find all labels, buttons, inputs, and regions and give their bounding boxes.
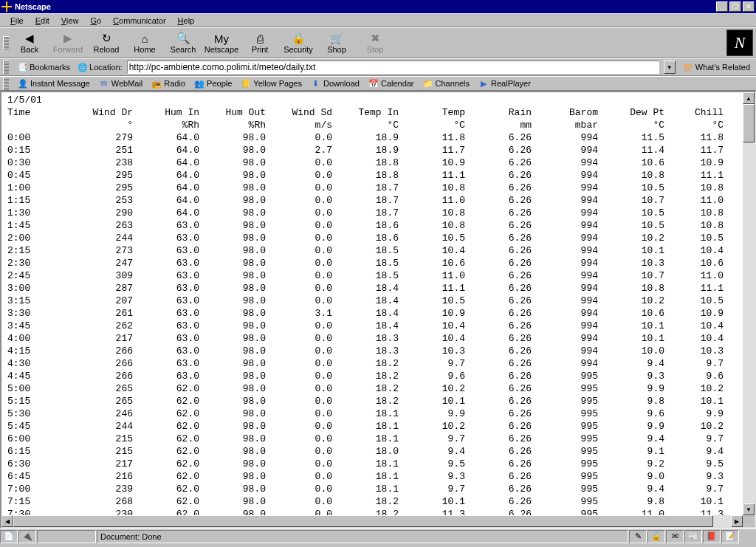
table-row: 4:1526663.098.00.018.310.36.2699410.010.… <box>7 345 724 357</box>
table-cell: 2:30 <box>7 257 44 269</box>
table-cell: 9.1 <box>598 445 664 458</box>
restore-button[interactable]: ❐ <box>729 1 741 12</box>
toolbar-handle[interactable] <box>3 61 9 74</box>
table-cell: 10.1 <box>399 495 465 508</box>
status-addressbook-icon[interactable]: 📕 <box>703 530 721 543</box>
location-icon[interactable]: 🌐 <box>78 63 88 72</box>
personal-link-webmail[interactable]: ✉WebMail <box>99 78 143 89</box>
status-component-icon[interactable]: 📄 <box>0 530 18 543</box>
menu-file[interactable]: File <box>4 16 30 26</box>
table-cell: 63.0 <box>133 320 199 332</box>
table-cell: 9.7 <box>664 433 724 445</box>
table-cell: 0.0 <box>266 257 332 269</box>
close-button[interactable]: ✕ <box>743 1 755 12</box>
scroll-right-button[interactable]: ▶ <box>731 515 743 527</box>
horizontal-scrollbar[interactable]: ◀ ▶ <box>1 515 743 527</box>
status-online-icon[interactable]: 🔌 <box>18 530 36 543</box>
url-dropdown-button[interactable]: ▼ <box>664 61 676 74</box>
table-cell: 18.2 <box>332 395 399 407</box>
personal-link-yellow-pages[interactable]: 📒Yellow Pages <box>241 78 302 89</box>
table-cell: 11.1 <box>399 282 465 295</box>
status-progress <box>37 530 96 543</box>
table-cell: 98.0 <box>199 495 266 508</box>
url-input[interactable] <box>128 61 659 73</box>
reload-button[interactable]: ↻Reload <box>87 28 126 58</box>
table-cell: 0.0 <box>266 269 332 282</box>
table-cell: 4:15 <box>7 345 44 357</box>
horizontal-scroll-thumb[interactable] <box>13 515 713 527</box>
table-cell: 18.1 <box>332 420 399 433</box>
table-cell: 995 <box>532 407 598 420</box>
status-mail-icon[interactable]: ✉ <box>666 530 684 543</box>
table-cell: 246 <box>44 407 133 420</box>
scroll-left-button[interactable]: ◀ <box>1 515 13 527</box>
table-cell: 18.3 <box>332 332 399 345</box>
stop-icon: ✖ <box>367 32 383 45</box>
personal-link-radio[interactable]: 📻Radio <box>151 78 185 89</box>
netscape-button[interactable]: MyNetscape <box>202 28 241 58</box>
column-header: Temp In <box>332 106 399 119</box>
table-cell: 266 <box>44 345 133 357</box>
table-cell: 64.0 <box>133 207 199 219</box>
table-cell: 10.5 <box>598 219 664 232</box>
table-cell: 6.26 <box>465 156 532 169</box>
search-button[interactable]: 🔍Search <box>164 28 202 58</box>
menu-go[interactable]: Go <box>84 16 107 26</box>
personal-link-download[interactable]: ⬇Download <box>311 78 360 89</box>
column-unit: m/s <box>266 119 332 131</box>
whats-related-button[interactable]: 🔆 What's Related <box>680 63 753 72</box>
minimize-button[interactable]: _ <box>716 1 728 12</box>
table-row: 2:0024463.098.00.018.610.56.2699410.210.… <box>7 232 724 244</box>
table-cell: 10.8 <box>399 182 465 194</box>
status-composer-icon[interactable]: ✎ <box>629 530 647 543</box>
vertical-scrollbar[interactable]: ▲ ▼ <box>743 92 755 515</box>
table-cell: 18.1 <box>332 407 399 420</box>
table-cell: 18.3 <box>332 345 399 357</box>
menu-help[interactable]: Help <box>172 16 201 26</box>
table-cell: 9.9 <box>598 420 664 433</box>
menu-edit[interactable]: Edit <box>30 16 55 26</box>
shop-button[interactable]: 🛒Shop <box>317 28 356 58</box>
table-cell: 9.6 <box>598 407 664 420</box>
table-cell: 10.9 <box>399 156 465 169</box>
table-cell: 9.5 <box>399 458 465 470</box>
personal-link-channels[interactable]: 📁Channels <box>423 78 470 89</box>
home-button[interactable]: ⌂Home <box>126 28 164 58</box>
scroll-up-button[interactable]: ▲ <box>743 92 755 104</box>
table-cell: 266 <box>44 357 133 370</box>
toolbar-handle[interactable] <box>3 77 9 90</box>
table-cell: 62.0 <box>133 483 199 495</box>
scroll-down-button[interactable]: ▼ <box>743 503 755 515</box>
menu-communicator[interactable]: Communicator <box>107 16 172 26</box>
vertical-scroll-thumb[interactable] <box>743 104 755 142</box>
table-cell: 18.4 <box>332 307 399 320</box>
shop-icon: 🛒 <box>329 32 345 45</box>
table-cell: 995 <box>532 470 598 483</box>
table-cell: 9.7 <box>399 433 465 445</box>
personal-link-instant-message[interactable]: 👤Instant Message <box>18 78 90 89</box>
personal-link-people[interactable]: 👥People <box>194 78 232 89</box>
personal-toolbar: 👤Instant Message✉WebMail📻Radio👥People📒Ye… <box>0 76 756 91</box>
table-cell: 994 <box>532 244 598 257</box>
related-icon: 🔆 <box>683 63 693 72</box>
personal-link-calendar[interactable]: 📅Calendar <box>368 78 414 89</box>
status-editor-icon[interactable]: 📝 <box>721 530 739 543</box>
personal-link-realplayer[interactable]: ▶RealPlayer <box>478 78 531 89</box>
status-news-icon[interactable]: 📰 <box>684 530 702 543</box>
status-security-icon[interactable]: 🔓 <box>647 530 665 543</box>
bookmarks-button[interactable]: 📑 Bookmarks <box>15 63 73 72</box>
print-button[interactable]: ⎙Print <box>241 28 279 58</box>
table-cell: 0:00 <box>7 131 44 144</box>
security-button[interactable]: 🔒Security <box>279 28 317 58</box>
table-cell: 0.0 <box>266 232 332 244</box>
back-button[interactable]: ◀Back <box>10 28 49 58</box>
toolbar-handle[interactable] <box>3 36 9 49</box>
table-row: 4:3026663.098.00.018.29.76.269949.49.7 <box>7 357 724 370</box>
menu-view[interactable]: View <box>55 16 85 26</box>
table-cell: 11.8 <box>664 131 724 144</box>
table-cell: 995 <box>532 433 598 445</box>
table-cell: 98.0 <box>199 169 266 182</box>
table-cell: 217 <box>44 458 133 470</box>
table-row: 2:1527363.098.00.018.510.46.2699410.110.… <box>7 244 724 257</box>
table-cell: 63.0 <box>133 357 199 370</box>
